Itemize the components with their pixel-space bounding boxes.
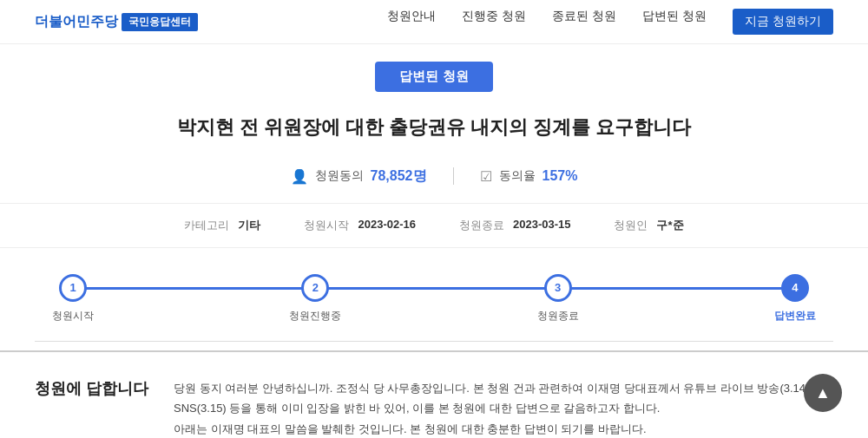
logo-text: 더불어민주당 xyxy=(35,13,118,31)
step-label-3: 청원종료 xyxy=(537,309,579,324)
nav-item-create[interactable]: 지금 청원하기 xyxy=(733,9,833,35)
nav-item-answered[interactable]: 답변된 청원 xyxy=(642,9,707,35)
step-4: 4 답변완료 xyxy=(774,274,816,324)
meta-val-start: 2023-02-16 xyxy=(358,218,416,233)
meta-val-category: 기타 xyxy=(238,218,260,233)
scroll-to-top-button[interactable]: ▲ xyxy=(804,374,842,412)
petition-title: 박지현 전 위원장에 대한 출당권유 내지의 징계를 요구합니다 xyxy=(0,114,868,159)
meta-row: 카테고리 기타 청원시작 2023-02-16 청원종료 2023-03-15 … xyxy=(0,204,868,248)
header: 더불어민주당 국민응답센터 청원안내 진행중 청원 종료된 청원 답변된 청원 … xyxy=(0,0,868,44)
meta-author: 청원인 구*준 xyxy=(614,218,683,233)
meta-end: 청원종료 2023-03-15 xyxy=(459,218,571,233)
step-circle-4: 4 xyxy=(781,274,809,302)
steps-container: 1 청원시작 2 청원진행중 3 청원종료 4 답변완료 xyxy=(0,248,868,341)
step-1: 1 청원시작 xyxy=(52,274,94,324)
signers-label: 청원동의 xyxy=(315,168,364,184)
step-circle-2: 2 xyxy=(301,274,329,302)
answer-title: 청원에 답합니다 xyxy=(35,378,139,438)
nav-item-petition-info[interactable]: 청원안내 xyxy=(387,9,436,35)
status-section: 답변된 청원 xyxy=(0,44,868,114)
steps-row: 1 청원시작 2 청원진행중 3 청원종료 4 답변완료 xyxy=(52,274,816,324)
status-badge: 답변된 청원 xyxy=(375,62,492,92)
answer-section: 청원에 답합니다 당원 동지 여러분 안녕하십니까. 조정식 당 사무총장입니다… xyxy=(0,350,868,438)
consent-stat: ☑ 동의율 157% xyxy=(480,168,578,185)
signers-value: 78,852명 xyxy=(371,167,427,186)
meta-start: 청원시작 2023-02-16 xyxy=(304,218,416,233)
signers-stat: 👤 청원동의 78,852명 xyxy=(291,167,427,186)
nav-item-ongoing[interactable]: 진행중 청원 xyxy=(462,9,526,35)
consent-value: 157% xyxy=(542,168,578,184)
meta-val-end: 2023-03-15 xyxy=(513,218,571,233)
stat-divider xyxy=(453,167,454,185)
stats-row: 👤 청원동의 78,852명 ☑ 동의율 157% xyxy=(0,159,868,204)
check-icon: ☑ xyxy=(480,168,492,185)
step-3: 3 청원종료 xyxy=(537,274,579,324)
meta-key-category: 카테고리 xyxy=(184,218,229,233)
person-icon: 👤 xyxy=(291,168,308,185)
main-nav: 청원안내 진행중 청원 종료된 청원 답변된 청원 지금 청원하기 xyxy=(387,9,833,35)
meta-key-author: 청원인 xyxy=(614,218,648,233)
meta-category: 카테고리 기타 xyxy=(184,218,260,233)
step-label-2: 청원진행중 xyxy=(289,309,341,324)
answer-content: 당원 동지 여러분 안녕하십니까. 조정식 당 사무총장입니다. 본 청원 건과… xyxy=(174,378,833,438)
meta-key-start: 청원시작 xyxy=(304,218,349,233)
consent-label: 동의율 xyxy=(499,168,536,184)
meta-key-end: 청원종료 xyxy=(459,218,504,233)
step-2: 2 청원진행중 xyxy=(289,274,341,324)
step-label-4: 답변완료 xyxy=(774,309,816,324)
logo: 더불어민주당 국민응답센터 xyxy=(35,13,198,31)
step-circle-3: 3 xyxy=(544,274,572,302)
nav-item-closed[interactable]: 종료된 청원 xyxy=(552,9,616,35)
meta-val-author: 구*준 xyxy=(656,218,683,233)
step-label-1: 청원시작 xyxy=(52,309,94,324)
logo-badge: 국민응답센터 xyxy=(122,13,198,31)
step-circle-1: 1 xyxy=(59,274,87,302)
